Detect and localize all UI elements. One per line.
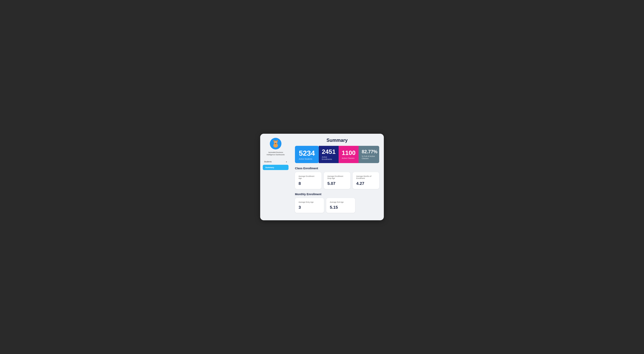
stat-label-pct-full: % Full of Active Classes xyxy=(362,155,378,160)
stat-card-pct-full: 82.77% % Full of Active Classes xyxy=(358,146,379,163)
svg-point-11 xyxy=(275,142,275,142)
metric-value-avg-enrollment-drop-age: 5.07 xyxy=(328,181,347,186)
class-enrollment-title: Class Enrollment xyxy=(295,167,379,170)
svg-point-14 xyxy=(275,143,276,144)
stat-number-active-enrollments: 2451 xyxy=(322,149,336,155)
metric-card-avg-exit-age: Average Exit Age 5.15 xyxy=(326,198,355,213)
kangaroo-icon xyxy=(270,138,281,149)
metric-card-avg-months-enrollment: Average Months of Enrollment 4.27 xyxy=(353,172,379,189)
class-enrollment-section: Class Enrollment Average Enrollment Age … xyxy=(295,167,379,189)
app-title: Jackrabbit Business Intelligence Dashboa… xyxy=(266,151,284,156)
svg-point-12 xyxy=(276,142,277,142)
stat-number-active-classes: 1100 xyxy=(342,150,356,156)
main-content: Summary 5234 Active Students 2451 Active… xyxy=(291,134,384,220)
svg-point-10 xyxy=(276,142,277,143)
stat-label-active-classes: Active Classes xyxy=(342,157,356,159)
app-container: Jackrabbit Business Intelligence Dashboa… xyxy=(260,134,384,220)
chevron-up-icon: ▲ xyxy=(286,161,287,162)
class-enrollment-metrics: Average Enrollment Age 8 Average Enrollm… xyxy=(295,172,379,189)
stats-row: 5234 Active Students 2451 Active Enrollm… xyxy=(295,146,379,163)
stat-card-active-enrollments: 2451 Active Enrollments xyxy=(319,146,339,163)
metric-card-avg-enrollment-age: Average Enrollment Age 8 xyxy=(295,172,322,189)
sidebar-item-summary[interactable]: Summary xyxy=(263,165,288,170)
stat-label-active-students: Active Students xyxy=(299,158,315,160)
svg-point-9 xyxy=(274,142,275,143)
metric-label-avg-enrollment-drop-age: Average Enrollment Drop Age xyxy=(328,175,347,179)
sidebar: Jackrabbit Business Intelligence Dashboa… xyxy=(260,134,291,220)
page-title: Summary xyxy=(295,138,379,143)
metric-value-avg-entry-age: 3 xyxy=(298,205,320,210)
monthly-enrollment-title: Monthly Enrollment xyxy=(295,192,379,196)
metric-card-avg-enrollment-drop-age: Average Enrollment Drop Age 5.07 xyxy=(324,172,350,189)
metric-card-avg-entry-age: Average Entry Age 3 xyxy=(295,198,324,213)
metric-value-avg-enrollment-age: 8 xyxy=(298,181,318,186)
metric-value-avg-exit-age: 5.15 xyxy=(330,205,352,210)
metric-label-avg-months-enrollment: Average Months of Enrollment xyxy=(356,175,376,179)
monthly-enrollment-metrics: Average Entry Age 3 Average Exit Age 5.1… xyxy=(295,198,379,213)
stat-number-active-students: 5234 xyxy=(299,150,315,157)
stat-card-active-students: 5234 Active Students xyxy=(295,146,319,163)
metric-label-avg-entry-age: Average Entry Age xyxy=(298,201,320,203)
sidebar-section-label: Students xyxy=(264,160,272,163)
stat-card-active-classes: 1100 Active Classes xyxy=(338,146,358,163)
metric-card-placeholder xyxy=(358,198,379,213)
metric-label-avg-exit-age: Average Exit Age xyxy=(330,201,352,203)
sidebar-students-header[interactable]: Students ▲ xyxy=(263,160,288,164)
metric-value-avg-months-enrollment: 4.27 xyxy=(356,181,376,186)
metric-label-avg-enrollment-age: Average Enrollment Age xyxy=(298,175,318,179)
app-logo xyxy=(270,138,282,150)
sidebar-students-section: Students ▲ Summary xyxy=(263,160,288,170)
monthly-enrollment-section: Monthly Enrollment Average Entry Age 3 A… xyxy=(295,192,379,213)
stat-number-pct-full: 82.77% xyxy=(362,150,378,154)
stat-label-active-enrollments: Active Enrollments xyxy=(322,156,336,160)
